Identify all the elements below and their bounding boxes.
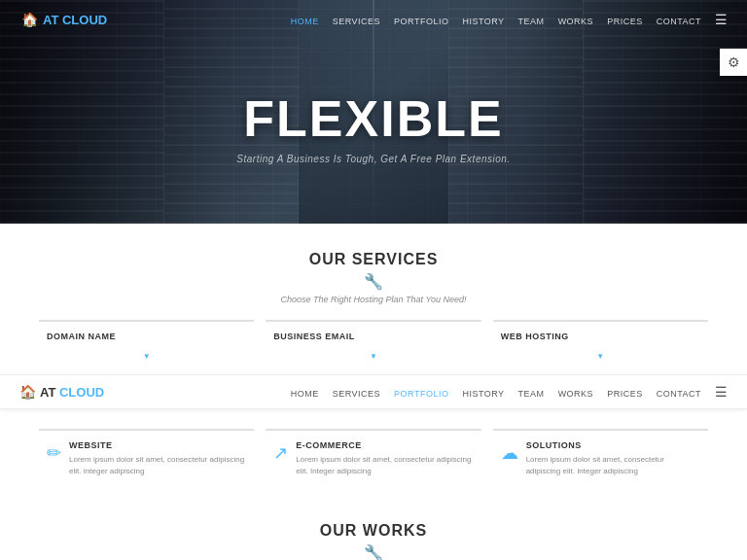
- service-solutions-content: SOLUTIONS Lorem ipsum dolor sit amet, co…: [526, 440, 700, 477]
- nav-item-services[interactable]: SERVICES: [333, 11, 380, 28]
- service-name-solutions: SOLUTIONS: [526, 440, 700, 450]
- sticky-hamburger[interactable]: ☰: [715, 383, 728, 401]
- service-website-content: WEBSITE Lorem ipsum dolor sit amet, cons…: [69, 440, 246, 477]
- logo-icon: 🏠: [19, 10, 39, 29]
- sticky-link-team[interactable]: TEAM: [518, 389, 545, 399]
- gear-panel[interactable]: ⚙: [720, 49, 747, 76]
- works-title: OUR WORKS: [39, 522, 708, 540]
- sticky-navbar: 🏠 AT CLOUD HOME SERVICES PORTFOLIO HISTO…: [0, 374, 747, 409]
- sticky-link-contact[interactable]: CONTACT: [657, 389, 701, 399]
- nav-link-history[interactable]: HISTORY: [462, 17, 504, 26]
- nav-item-prices[interactable]: PRICES: [607, 11, 643, 28]
- nav-item-portfolio[interactable]: PORTFOLIO: [394, 11, 448, 28]
- nav-item-works[interactable]: WORKS: [558, 11, 594, 28]
- sticky-link-prices[interactable]: PRICES: [607, 389, 643, 399]
- service-desc-website: Lorem ipsum dolor sit amet, consectetur …: [69, 454, 246, 477]
- sticky-logo-icon: 🏠: [19, 384, 36, 400]
- service-ecommerce-content: E-COMMERCE Lorem ipsum dolor sit amet, c…: [296, 440, 473, 477]
- service-item-hosting: WEB HOSTING: [493, 320, 708, 355]
- sticky-logo: 🏠 AT CLOUD: [19, 384, 104, 400]
- nav-link-home[interactable]: HOME: [291, 17, 319, 26]
- works-section: OUR WORKS 🔧 Show Amazing Your Works: [0, 503, 747, 560]
- hero-title: FLEXIBLE: [243, 89, 503, 148]
- service-name-hosting: WEB HOSTING: [501, 332, 700, 341]
- nav-link-portfolio[interactable]: PORTFOLIO: [394, 17, 448, 26]
- hero-content: FLEXIBLE Starting A Business Is Tough, G…: [0, 39, 747, 224]
- nav-link-works[interactable]: WORKS: [558, 17, 594, 26]
- service-name-email: BUSINESS EMAIL: [273, 332, 473, 341]
- sticky-logo-text: AT CLOUD: [40, 385, 104, 400]
- service-name-website: WEBSITE: [69, 440, 246, 450]
- sticky-nav-links: HOME SERVICES PORTFOLIO HISTORY TEAM WOR…: [291, 383, 728, 401]
- nav-item-team[interactable]: TEAM: [518, 11, 545, 28]
- service-name-domain: DOMAIN NAME: [47, 332, 246, 341]
- service-item-email: BUSINESS EMAIL: [266, 320, 480, 355]
- service-name-ecommerce: E-COMMERCE: [296, 440, 473, 450]
- website-icon: ✏: [47, 442, 61, 464]
- sticky-nav-team[interactable]: TEAM: [518, 383, 545, 401]
- service-desc-ecommerce: Lorem ipsum dolor sit amet, consectetur …: [296, 454, 473, 477]
- hero-subtitle: Starting A Business Is Tough, Get A Free…: [236, 154, 510, 164]
- service-ecommerce-top: ↗ E-COMMERCE Lorem ipsum dolor sit amet,…: [273, 440, 473, 477]
- nav-hamburger[interactable]: ☰: [715, 11, 728, 28]
- main-navbar: 🏠 AT CLOUD HOME SERVICES PORTFOLIO HISTO…: [0, 0, 747, 39]
- services-title: OUR SERVICES: [39, 251, 708, 268]
- sticky-link-services[interactable]: SERVICES: [333, 389, 380, 399]
- nav-item-contact[interactable]: CONTACT: [657, 11, 701, 28]
- sticky-nav-works[interactable]: WORKS: [558, 383, 594, 401]
- service-item-solutions: ☁ SOLUTIONS Lorem ipsum dolor sit amet, …: [493, 429, 708, 487]
- ecommerce-icon: ↗: [273, 442, 288, 464]
- gear-icon: ⚙: [728, 54, 740, 70]
- logo-text: AT CLOUD: [43, 13, 107, 27]
- logo: 🏠 AT CLOUD: [19, 10, 107, 29]
- sticky-nav-prices[interactable]: PRICES: [607, 383, 643, 401]
- nav-item-history[interactable]: HISTORY: [462, 11, 504, 28]
- nav-link-team[interactable]: TEAM: [518, 17, 545, 26]
- services-header: OUR SERVICES 🔧 Choose The Right Hosting …: [39, 251, 708, 304]
- solutions-icon: ☁: [501, 442, 518, 464]
- sticky-link-home[interactable]: HOME: [291, 389, 319, 399]
- services-subtitle: Choose The Right Hosting Plan That You N…: [39, 295, 708, 304]
- sticky-nav-contact[interactable]: CONTACT: [657, 383, 701, 401]
- service-solutions-top: ☁ SOLUTIONS Lorem ipsum dolor sit amet, …: [501, 440, 700, 477]
- nav-link-prices[interactable]: PRICES: [607, 17, 643, 26]
- sticky-nav-history[interactable]: HISTORY: [462, 383, 504, 401]
- sticky-nav-home[interactable]: HOME: [291, 383, 319, 401]
- nav-item-home[interactable]: HOME: [291, 11, 319, 28]
- services-top-grid: DOMAIN NAME BUSINESS EMAIL WEB HOSTING: [39, 320, 708, 355]
- nav-link-services[interactable]: SERVICES: [333, 17, 380, 26]
- nav-links: HOME SERVICES PORTFOLIO HISTORY TEAM WOR…: [291, 11, 728, 28]
- service-item-ecommerce: ↗ E-COMMERCE Lorem ipsum dolor sit amet,…: [266, 429, 480, 487]
- sticky-link-portfolio[interactable]: PORTFOLIO: [394, 389, 448, 399]
- works-icon: 🔧: [39, 543, 708, 560]
- sticky-nav-services[interactable]: SERVICES: [333, 383, 380, 401]
- sticky-link-works[interactable]: WORKS: [558, 389, 594, 399]
- services-icon: 🔧: [39, 272, 708, 291]
- service-item-domain: DOMAIN NAME: [39, 320, 254, 355]
- sticky-link-history[interactable]: HISTORY: [462, 389, 504, 399]
- services-bottom-section: ✏ WEBSITE Lorem ipsum dolor sit amet, co…: [0, 409, 747, 503]
- services-bottom-grid: ✏ WEBSITE Lorem ipsum dolor sit amet, co…: [39, 429, 708, 487]
- nav-link-contact[interactable]: CONTACT: [657, 17, 701, 26]
- hero-section: 🏠 AT CLOUD HOME SERVICES PORTFOLIO HISTO…: [0, 0, 747, 224]
- service-item-website: ✏ WEBSITE Lorem ipsum dolor sit amet, co…: [39, 429, 254, 487]
- service-desc-solutions: Lorem ipsum dolor sit amet, consectetur …: [526, 454, 700, 477]
- sticky-nav-portfolio[interactable]: PORTFOLIO: [394, 383, 448, 401]
- services-section: OUR SERVICES 🔧 Choose The Right Hosting …: [0, 224, 747, 374]
- service-website-top: ✏ WEBSITE Lorem ipsum dolor sit amet, co…: [47, 440, 246, 477]
